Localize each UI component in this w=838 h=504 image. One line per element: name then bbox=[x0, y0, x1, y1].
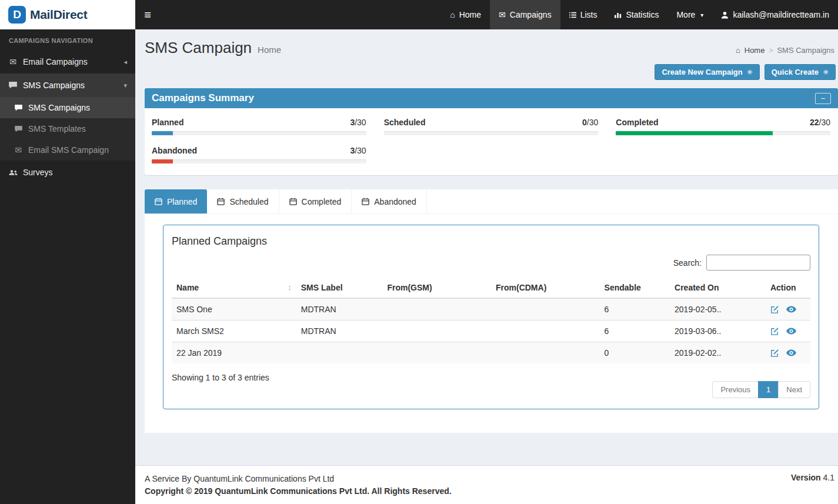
tab-completed[interactable]: Completed bbox=[279, 189, 352, 213]
sidebar-subitem-label: SMS Templates bbox=[28, 124, 86, 133]
column-header-created-on[interactable]: Created On bbox=[670, 278, 766, 298]
sidebar-subitem-sms-templates[interactable]: SMS Templates bbox=[0, 118, 135, 139]
tab-label: Planned bbox=[167, 197, 197, 206]
tab-label: Completed bbox=[302, 197, 342, 206]
stat-label: Planned bbox=[152, 118, 183, 127]
cell-action bbox=[766, 298, 810, 321]
view-icon[interactable] bbox=[786, 328, 796, 335]
cell-sms-label: MDTRAN bbox=[296, 321, 383, 342]
sparkle-icon: ✳ bbox=[747, 68, 753, 76]
tab-label: Abandoned bbox=[374, 197, 416, 206]
tab-abandoned[interactable]: Abandoned bbox=[352, 189, 427, 213]
quick-create-button[interactable]: Quick Create ✳ bbox=[764, 64, 836, 80]
sidebar-toggle-button[interactable]: ≡ bbox=[135, 0, 160, 29]
tab-scheduled[interactable]: Scheduled bbox=[207, 189, 279, 213]
sidebar-item-sms-campaigns[interactable]: SMS Campaigns ▾ bbox=[0, 74, 135, 97]
column-header-name[interactable]: Name ↕ bbox=[172, 278, 296, 298]
stat-abandoned: Abandoned 3/30 bbox=[152, 146, 366, 163]
stat-value: 22/30 bbox=[810, 118, 830, 127]
table-row: SMS One MDTRAN 6 2019-02-05.. bbox=[172, 298, 810, 321]
brand-name: MailDirect bbox=[30, 8, 87, 22]
home-icon: ⌂ bbox=[450, 10, 455, 19]
panel-tools: − bbox=[815, 93, 831, 104]
pagination-page-1-button[interactable]: 1 bbox=[758, 381, 779, 398]
tab-label: Scheduled bbox=[229, 197, 268, 206]
cell-sendable: 6 bbox=[600, 298, 670, 321]
pagination: Previous 1 Next bbox=[712, 381, 810, 398]
calendar-icon bbox=[362, 198, 369, 205]
edit-icon[interactable] bbox=[770, 327, 779, 336]
table-row: 22 Jan 2019 0 2019-02-02.. bbox=[172, 342, 810, 364]
sparkle-icon: ✳ bbox=[823, 68, 829, 76]
view-icon[interactable] bbox=[786, 306, 796, 313]
page-actions: Create New Campaign ✳ Quick Create ✳ bbox=[135, 63, 838, 88]
stat-value: 0/30 bbox=[582, 118, 598, 127]
nav-item-label: Lists bbox=[580, 10, 597, 19]
column-header-from-cdma[interactable]: From(CDMA) bbox=[491, 278, 600, 298]
nav-item-campaigns[interactable]: ✉ Campaigns bbox=[490, 0, 560, 29]
cell-from-gsm bbox=[382, 321, 491, 342]
chevron-left-icon: ◂ bbox=[123, 58, 127, 66]
footer-copyright-line: Copyright © 2019 QuantumLink Communicati… bbox=[145, 485, 452, 497]
nav-user-email: kailash@maildirectteam.in bbox=[733, 10, 829, 19]
nav-item-label: More bbox=[676, 10, 695, 19]
footer-service-line: A Service By QuantumLink Communications … bbox=[145, 473, 452, 485]
sidebar-item-email-campaigns[interactable]: ✉ Email Campaigns ◂ bbox=[0, 50, 135, 74]
cell-from-cdma bbox=[491, 298, 600, 321]
column-header-sms-label[interactable]: SMS Label bbox=[296, 278, 383, 298]
tab-planned[interactable]: Planned bbox=[145, 189, 207, 213]
cell-action bbox=[766, 321, 810, 342]
nav-item-home[interactable]: ⌂ Home bbox=[441, 0, 490, 29]
stat-planned: Planned 3/30 bbox=[152, 118, 366, 135]
cell-created-on: 2019-03-06.. bbox=[670, 321, 766, 342]
view-icon[interactable] bbox=[786, 349, 796, 356]
nav-item-statistics[interactable]: Statistics bbox=[606, 0, 667, 29]
collapse-panel-button[interactable]: − bbox=[815, 93, 831, 104]
progress-track bbox=[384, 131, 599, 135]
planned-campaigns-box: Planned Campaigns Search: Name ↕ bbox=[163, 225, 819, 409]
sidebar-subitem-sms-campaigns[interactable]: SMS Campaigns bbox=[0, 97, 135, 118]
sort-icon[interactable]: ↕ bbox=[288, 283, 292, 292]
cell-from-cdma bbox=[491, 342, 600, 364]
cell-created-on: 2019-02-02.. bbox=[670, 342, 766, 364]
page-title: SMS Campaign bbox=[145, 39, 252, 57]
sidebar: D MailDirect CAMPAIGNS NAVIGATION ✉ Emai… bbox=[0, 0, 135, 504]
edit-icon[interactable] bbox=[770, 305, 779, 314]
sidebar-subitem-email-sms-campaign[interactable]: ✉ Email SMS Campaign bbox=[0, 139, 135, 161]
progress-track bbox=[616, 131, 830, 135]
navbar-spacer bbox=[160, 0, 441, 29]
nav-item-lists[interactable]: Lists bbox=[560, 0, 606, 29]
edit-icon[interactable] bbox=[770, 349, 779, 358]
main-area: ≡ ⌂ Home ✉ Campaigns Lists bbox=[135, 0, 838, 504]
table-showing-info: Showing 1 to 3 of 3 entries bbox=[172, 372, 269, 382]
cell-sendable: 0 bbox=[600, 342, 670, 364]
minus-icon: − bbox=[821, 95, 826, 102]
cell-from-cdma bbox=[491, 321, 600, 342]
pagination-previous-button[interactable]: Previous bbox=[712, 381, 759, 398]
search-input[interactable] bbox=[706, 255, 810, 271]
nav-item-label: Home bbox=[459, 10, 481, 19]
nav-item-label: Campaigns bbox=[510, 10, 552, 19]
stat-completed: Completed 22/30 bbox=[616, 118, 830, 135]
column-header-from-gsm[interactable]: From(GSM) bbox=[382, 278, 491, 298]
nav-item-more[interactable]: More ▾ bbox=[667, 0, 712, 29]
home-icon: ⌂ bbox=[736, 46, 740, 55]
sidebar-item-label: Surveys bbox=[23, 168, 53, 177]
sidebar-subitem-label: Email SMS Campaign bbox=[28, 145, 109, 155]
panel-title: Campaigns Summary bbox=[152, 92, 254, 104]
table-search: Search: bbox=[172, 255, 810, 271]
progress-bar-completed bbox=[616, 131, 772, 135]
nav-item-label: Statistics bbox=[626, 10, 659, 19]
cell-sms-label bbox=[296, 342, 383, 364]
pagination-next-button[interactable]: Next bbox=[778, 381, 810, 398]
create-new-campaign-button[interactable]: Create New Campaign ✳ bbox=[655, 64, 759, 80]
brand-logo[interactable]: D MailDirect bbox=[0, 0, 135, 29]
breadcrumb-current: SMS Campaigns bbox=[777, 46, 834, 55]
campaigns-summary-panel: Campaigns Summary − Planned 3/30 bbox=[145, 88, 838, 175]
comment-icon bbox=[14, 105, 23, 111]
sidebar-item-surveys[interactable]: Surveys bbox=[0, 161, 135, 184]
column-header-sendable[interactable]: Sendable bbox=[600, 278, 670, 298]
envelope-icon: ✉ bbox=[14, 145, 23, 155]
nav-item-user-account[interactable]: kailash@maildirectteam.in bbox=[712, 0, 838, 29]
breadcrumb-home-link[interactable]: Home bbox=[744, 46, 765, 55]
